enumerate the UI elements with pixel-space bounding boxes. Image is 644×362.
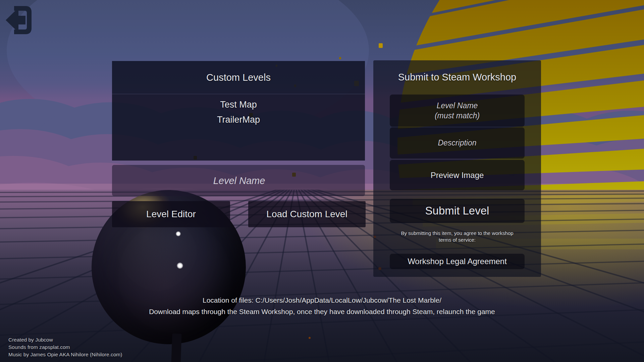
workshop-level-name-field[interactable]: Level Name (must match) xyxy=(390,95,525,127)
workshop-level-name-placeholder: Level Name xyxy=(437,101,478,111)
exit-button[interactable] xyxy=(4,3,38,37)
workshop-description-placeholder: Description xyxy=(438,138,476,147)
credits-text: Created by Jubcow Sounds from zapsplat.c… xyxy=(8,336,122,358)
custom-levels-header: Custom Levels xyxy=(112,61,365,94)
files-location-line: Location of files: C:/Users/Josh/AppData… xyxy=(0,295,644,306)
level-list-item[interactable]: Test Map xyxy=(112,97,365,112)
particle xyxy=(379,43,383,48)
workshop-legal-agreement-button[interactable]: Workshop Legal Agreement xyxy=(390,254,525,269)
preview-image-label: Preview Image xyxy=(431,171,484,180)
exit-back-icon xyxy=(4,3,38,37)
level-editor-label: Level Editor xyxy=(146,209,196,220)
load-custom-level-button[interactable]: Load Custom Level xyxy=(248,201,366,227)
marble-highlight xyxy=(176,231,181,236)
level-name-field-wrap xyxy=(112,165,365,196)
custom-levels-title: Custom Levels xyxy=(206,72,271,83)
workshop-legal-agreement-label: Workshop Legal Agreement xyxy=(408,257,507,266)
preview-image-button[interactable]: Preview Image xyxy=(390,160,525,190)
particle xyxy=(339,57,341,59)
marble-stand xyxy=(171,334,181,362)
workshop-title-text: Submit to Steam Workshop xyxy=(398,72,516,83)
workshop-description-field[interactable]: Description xyxy=(390,127,525,159)
particle xyxy=(309,337,311,339)
workshop-terms-text: By submitting this item, you agree to th… xyxy=(380,230,534,243)
submit-level-label: Submit Level xyxy=(425,204,489,217)
workshop-title: Submit to Steam Workshop xyxy=(373,60,541,94)
level-name-input[interactable] xyxy=(112,165,366,197)
marble-highlight xyxy=(177,262,183,269)
level-list-item[interactable]: TrailerMap xyxy=(112,112,365,127)
load-custom-level-label: Load Custom Level xyxy=(266,209,347,220)
workshop-terms-line1: By submitting this item, you agree to th… xyxy=(380,230,534,237)
game-menu-screen: Custom Levels Test Map TrailerMap Level … xyxy=(0,0,644,362)
custom-levels-list: Test Map TrailerMap xyxy=(112,94,365,161)
workshop-level-name-placeholder-note: (must match) xyxy=(435,111,480,121)
level-editor-button[interactable]: Level Editor xyxy=(112,201,230,227)
workshop-download-line: Download maps through the Steam Workshop… xyxy=(0,306,644,317)
workshop-panel: Submit to Steam Workshop Level Name (mus… xyxy=(373,60,541,277)
credit-line: Music by James Opie AKA Nihilore (Nihilo… xyxy=(8,351,122,358)
files-info-text: Location of files: C:/Users/Josh/AppData… xyxy=(0,295,644,317)
credit-line: Created by Jubcow xyxy=(8,336,122,344)
submit-level-button[interactable]: Submit Level xyxy=(390,199,525,223)
credit-line: Sounds from zapsplat.com xyxy=(8,344,122,351)
workshop-terms-line2: terms of service: xyxy=(380,237,534,243)
